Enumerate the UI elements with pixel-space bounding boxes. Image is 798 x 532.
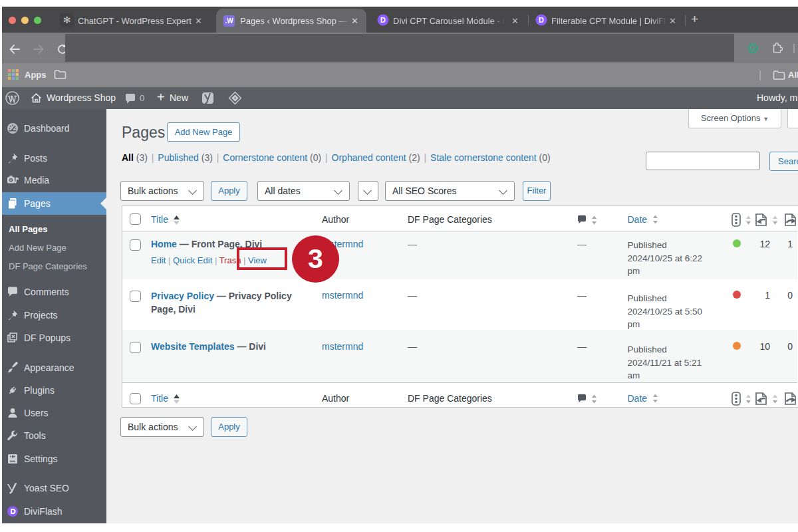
svg-text:G: G xyxy=(751,44,756,52)
svg-text:D: D xyxy=(539,16,544,24)
svg-text:D: D xyxy=(380,16,386,24)
